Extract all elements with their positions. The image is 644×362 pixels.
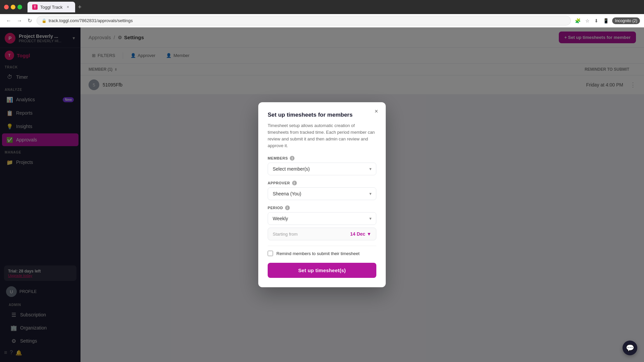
approver-label: APPROVER i <box>268 181 376 185</box>
tab-close-btn[interactable]: × <box>65 4 70 10</box>
back-btn[interactable]: ← <box>4 16 13 25</box>
chat-bubble-btn[interactable]: 💬 <box>623 341 637 355</box>
new-tab-btn[interactable]: + <box>76 2 83 12</box>
approver-form-group: APPROVER i Sheena (You) <box>268 181 376 200</box>
chat-icon: 💬 <box>626 344 634 352</box>
nav-buttons: ← → ↻ <box>4 16 34 25</box>
period-info-icon[interactable]: i <box>285 205 290 210</box>
starting-from-date-value: 14 Dec <box>350 231 365 237</box>
period-select-wrapper: Weekly Bi-weekly Monthly <box>268 212 376 225</box>
starting-from-date[interactable]: 14 Dec ▼ <box>350 231 371 237</box>
modal-divider <box>268 246 376 246</box>
members-label: MEMBERS i <box>268 156 376 161</box>
period-label-text: PERIOD <box>268 206 283 210</box>
address-bar: ← → ↻ 🔒 track.toggl.com/7862831/approval… <box>0 14 644 27</box>
modal-title: Set up timesheets for members <box>268 112 376 118</box>
approver-select-wrapper: Sheena (You) <box>268 187 376 200</box>
window-close-btn[interactable] <box>4 5 9 9</box>
window-min-btn[interactable] <box>11 5 15 9</box>
approver-info-icon[interactable]: i <box>292 181 297 185</box>
remind-checkbox-row: Remind members to submit their timesheet <box>268 251 376 256</box>
modal-overlay: × Set up timesheets for members Timeshee… <box>0 27 644 362</box>
forward-btn[interactable]: → <box>15 16 24 25</box>
starting-from-label: Starting from <box>273 232 298 237</box>
period-form-group: PERIOD i Weekly Bi-weekly Monthly Starti… <box>268 205 376 240</box>
window-max-btn[interactable] <box>17 5 22 9</box>
reload-btn[interactable]: ↻ <box>25 16 34 25</box>
modal-description: Timesheet setup allows automatic creatio… <box>268 122 376 149</box>
starting-from-box[interactable]: Starting from 14 Dec ▼ <box>268 228 376 240</box>
period-label: PERIOD i <box>268 205 376 210</box>
setup-modal: × Set up timesheets for members Timeshee… <box>258 102 386 288</box>
star-btn[interactable]: ☆ <box>584 17 591 25</box>
devices-btn[interactable]: 📱 <box>602 17 610 25</box>
incognito-badge: Incognito (2) <box>612 17 640 24</box>
starting-from-chevron-icon: ▼ <box>367 231 371 237</box>
members-select-wrapper: Select member(s) <box>268 163 376 175</box>
remind-checkbox[interactable] <box>268 251 273 256</box>
remind-checkbox-label: Remind members to submit their timesheet <box>276 251 360 256</box>
lock-icon: 🔒 <box>42 18 47 23</box>
tab-title: Toggl Track <box>40 5 62 10</box>
modal-close-btn[interactable]: × <box>372 107 381 116</box>
tab-favicon: T <box>32 4 38 10</box>
address-bar-actions: 🧩 ☆ ⬇ 📱 Incognito (2) <box>574 17 640 25</box>
url-text: track.toggl.com/7862831/approvals/settin… <box>49 18 133 23</box>
period-select[interactable]: Weekly Bi-weekly Monthly <box>268 212 376 225</box>
download-btn[interactable]: ⬇ <box>593 17 600 25</box>
members-info-icon[interactable]: i <box>290 156 294 161</box>
members-select[interactable]: Select member(s) <box>268 163 376 175</box>
tab-bar: T Toggl Track × + <box>28 2 640 12</box>
url-bar[interactable]: 🔒 track.toggl.com/7862831/approvals/sett… <box>37 16 571 25</box>
approver-select[interactable]: Sheena (You) <box>268 187 376 200</box>
browser-chrome: T Toggl Track × + <box>0 0 644 14</box>
members-form-group: MEMBERS i Select member(s) <box>268 156 376 175</box>
setup-submit-btn[interactable]: Set up timesheet(s) <box>268 263 376 278</box>
active-tab[interactable]: T Toggl Track × <box>28 2 75 12</box>
extension-btn[interactable]: 🧩 <box>574 17 582 25</box>
members-label-text: MEMBERS <box>268 156 288 160</box>
window-controls <box>4 5 22 9</box>
approver-label-text: APPROVER <box>268 181 290 185</box>
